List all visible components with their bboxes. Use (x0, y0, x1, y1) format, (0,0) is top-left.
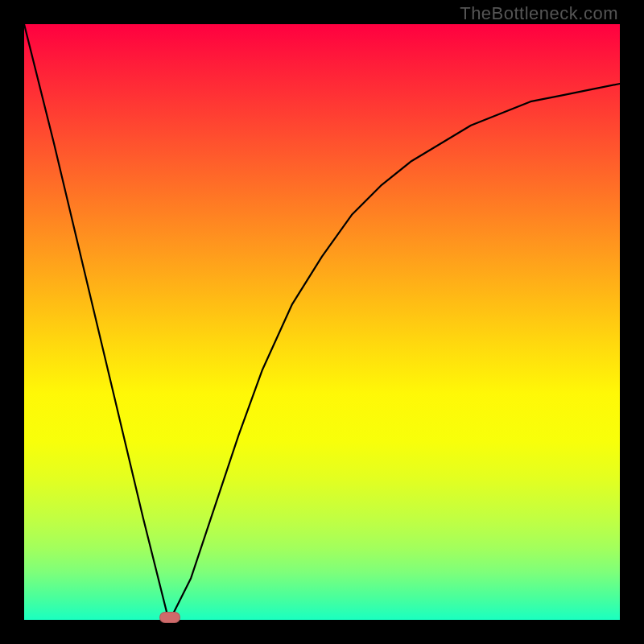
watermark-text: TheBottleneck.com (460, 3, 618, 24)
min-point-marker (159, 612, 180, 623)
plot-area (24, 24, 620, 620)
bottleneck-curve (24, 24, 620, 620)
chart-frame: TheBottleneck.com (0, 0, 644, 644)
